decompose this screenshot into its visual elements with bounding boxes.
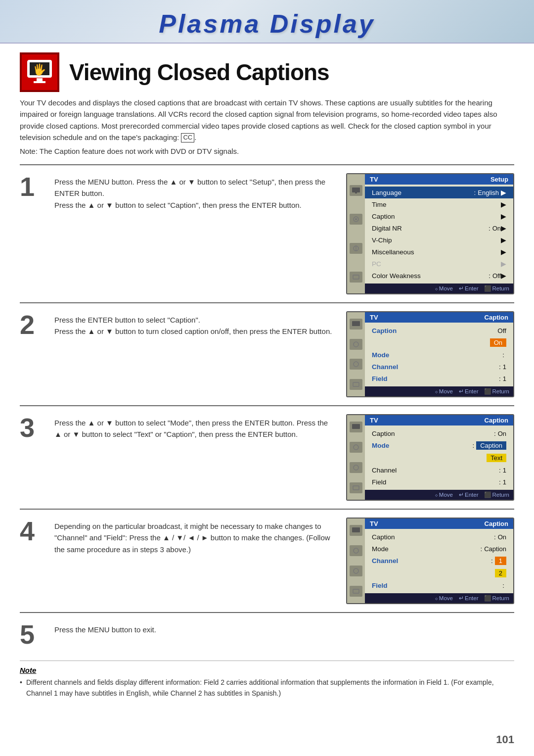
menu-caption-3: Caption : On bbox=[365, 427, 513, 439]
body-content: Your TV decodes and displays the closed … bbox=[0, 97, 534, 652]
channel-1-highlight: 1 bbox=[495, 557, 506, 565]
tv-footer-3: ⬦Move ↵Enter ⬛Return bbox=[365, 490, 513, 500]
step-3-row: 3 Press the ▲ or ▼ button to select "Mod… bbox=[20, 405, 514, 509]
tv-label-2: TV bbox=[370, 314, 378, 321]
tv-footer-2: ⬦Move ↵Enter ⬛Return bbox=[365, 386, 513, 396]
tv-icon-4c bbox=[350, 566, 362, 576]
menu-item-digital-nr: Digital NR : On ▶ bbox=[365, 222, 513, 234]
footer-enter-1: ↵Enter bbox=[459, 285, 479, 292]
step-5-number: 5 bbox=[20, 621, 44, 648]
tv-main-2: TV Caption Caption Off On bbox=[365, 312, 513, 396]
svg-rect-16 bbox=[352, 424, 360, 429]
menu-field-2: Field : 1 bbox=[365, 373, 513, 384]
tv-frame-inner-1: TV Setup Language : English ▶ Time bbox=[347, 174, 513, 293]
mode-text-highlight: Text bbox=[487, 454, 506, 462]
menu-field-3: Field : 1 bbox=[365, 476, 513, 488]
tv-title-bar-1: TV Setup bbox=[365, 174, 513, 185]
note-section: Note Different channels and fields displ… bbox=[20, 661, 514, 699]
tv-icon-1c bbox=[350, 243, 362, 254]
tv-screen-title-1: Setup bbox=[490, 176, 508, 183]
tv-icon-1b bbox=[350, 214, 362, 225]
step-5-row: 5 Press the MENU button to exit. bbox=[20, 612, 514, 652]
menu-field-4: Field : bbox=[365, 579, 513, 591]
page-title: Viewing Closed Captions bbox=[69, 59, 329, 86]
intro-paragraph: Your TV decodes and displays the closed … bbox=[20, 97, 514, 143]
footer-move-1: ⬦Move bbox=[435, 285, 453, 292]
menu-mode-2: Mode : bbox=[365, 349, 513, 361]
menu-channel-2: Channel : 1 bbox=[365, 361, 513, 373]
svg-point-13 bbox=[354, 342, 358, 347]
svg-point-14 bbox=[354, 362, 358, 367]
tv-icon-2a bbox=[350, 319, 362, 330]
svg-rect-20 bbox=[352, 527, 360, 532]
menu-item-pc: PC ▶ bbox=[365, 258, 513, 270]
dvd-note: Note: The Caption feature does not work … bbox=[20, 147, 514, 155]
tv-icon-3b bbox=[350, 442, 362, 453]
step-1-text: Press the MENU button. Press the ▲ or ▼ … bbox=[54, 173, 336, 211]
footer-return-1: ⬛Return bbox=[484, 285, 509, 292]
menu-mode-3-row: Mode : Caption bbox=[365, 439, 513, 452]
tv-frame-inner-2: TV Caption Caption Off On bbox=[347, 312, 513, 396]
tv-main-3: TV Caption Caption : On Mode : bbox=[365, 415, 513, 500]
svg-rect-3 bbox=[34, 81, 45, 83]
tv-icon-2c bbox=[350, 359, 362, 370]
tv-icons-col-4 bbox=[347, 519, 365, 603]
tv-hand-icon: 🖐 bbox=[26, 58, 53, 86]
tv-title-bar-4: TV Caption bbox=[365, 519, 513, 529]
svg-rect-23 bbox=[353, 589, 359, 593]
step-3-number: 3 bbox=[20, 414, 44, 441]
tv-content-2: Caption Off On Mode : Channel bbox=[365, 323, 513, 386]
step-4-row: 4 Depending on the particular broadcast,… bbox=[20, 509, 514, 612]
tv-icon-1a bbox=[350, 185, 362, 196]
step-2-number: 2 bbox=[20, 311, 44, 338]
page-number: 101 bbox=[496, 733, 514, 746]
step-1-row: 1 Press the MENU button. Press the ▲ or … bbox=[20, 164, 514, 302]
tv-screen-3: TV Caption Caption : On Mode : bbox=[346, 414, 514, 501]
tv-title-bar-3: TV Caption bbox=[365, 415, 513, 425]
step-1-number: 1 bbox=[20, 173, 44, 200]
menu-item-caption: Caption ▶ bbox=[365, 210, 513, 222]
svg-point-18 bbox=[354, 465, 358, 470]
page-title-area: 🖐 Viewing Closed Captions bbox=[0, 44, 534, 97]
step-4-number: 4 bbox=[20, 518, 44, 544]
svg-rect-2 bbox=[37, 78, 43, 81]
menu-channel-3: Channel : 1 bbox=[365, 464, 513, 476]
menu-caption-label: Caption Off bbox=[365, 325, 513, 336]
menu-item-misc: Miscellaneous ▶ bbox=[365, 246, 513, 258]
header-title: Plasma Display bbox=[0, 9, 534, 39]
menu-channel-4-row: Channel : 1 bbox=[365, 555, 513, 567]
menu-caption-on-selected: On bbox=[365, 336, 513, 349]
tv-icon-1d bbox=[350, 272, 362, 283]
menu-caption-4: Caption : On bbox=[365, 531, 513, 543]
svg-text:🖐: 🖐 bbox=[33, 63, 46, 76]
tv-icon-4a bbox=[350, 525, 362, 536]
svg-rect-15 bbox=[353, 382, 359, 386]
tv-icon-2b bbox=[350, 339, 362, 350]
tv-icon-3c bbox=[350, 462, 362, 473]
menu-item-language: Language : English ▶ bbox=[365, 187, 513, 198]
mode-caption-highlight: Caption bbox=[476, 441, 506, 450]
menu-channel-2-option: 2 bbox=[365, 567, 513, 579]
tv-label-1: TV bbox=[370, 176, 378, 183]
svg-point-22 bbox=[354, 568, 358, 573]
tv-screen-title-2: Caption bbox=[485, 314, 508, 321]
channel-2-highlight: 2 bbox=[495, 569, 506, 577]
menu-mode-4: Mode : Caption bbox=[365, 543, 513, 555]
steps-container: 1 Press the MENU button. Press the ▲ or … bbox=[20, 164, 514, 612]
tv-icons-col-1 bbox=[347, 174, 365, 293]
tv-footer-1: ⬦Move ↵Enter ⬛Return bbox=[365, 284, 513, 293]
caption-on-value: On bbox=[490, 338, 506, 347]
tv-footer-4: ⬦Move ↵Enter ⬛Return bbox=[365, 593, 513, 603]
tv-frame-inner-3: TV Caption Caption : On Mode : bbox=[347, 415, 513, 500]
menu-item-vchip: V-Chip ▶ bbox=[365, 234, 513, 246]
tv-screen-1: TV Setup Language : English ▶ Time bbox=[346, 173, 514, 294]
tv-main-4: TV Caption Caption : On Mode : bbox=[365, 519, 513, 603]
note-title: Note bbox=[20, 666, 514, 674]
svg-rect-6 bbox=[355, 192, 357, 193]
tv-icons-col-3 bbox=[347, 415, 365, 500]
tv-icon-2d bbox=[350, 379, 362, 390]
tv-icon-3d bbox=[350, 482, 362, 493]
menu-item-time: Time ▶ bbox=[365, 198, 513, 210]
svg-rect-12 bbox=[352, 321, 360, 326]
step-4-text: Depending on the particular broadcast, i… bbox=[54, 518, 336, 555]
